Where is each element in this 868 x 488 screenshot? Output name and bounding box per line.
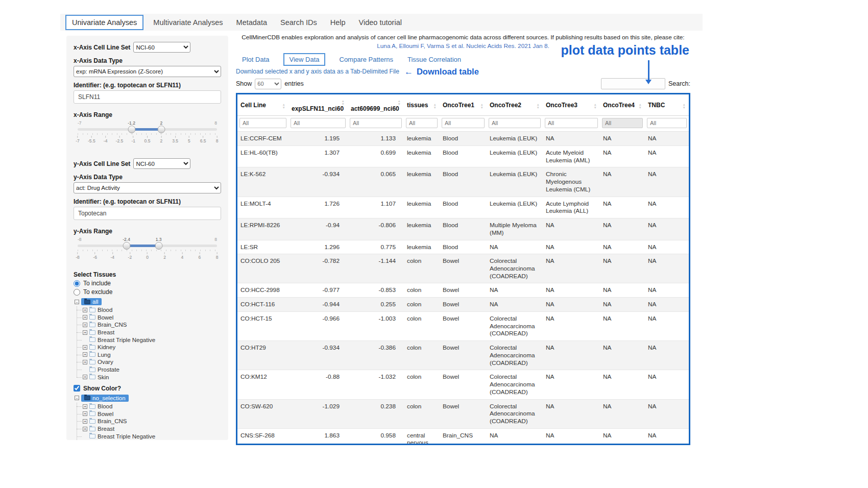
x-axis-data-type-select[interactable]: exp: mRNA Expression (Z-Score) [74,66,221,77]
tree-item-brain-cns[interactable]: +Brain_CNS [83,418,221,425]
cell-oncotree4: NA [600,197,645,218]
nav-tab-video-tutorial[interactable]: Video tutorial [352,15,408,30]
show-color-checkbox-input[interactable] [74,385,80,392]
subtab-tissue-correlation[interactable]: Tissue Correlation [407,56,461,63]
nav-tab-metadata[interactable]: Metadata [230,15,274,30]
slider-handle-low[interactable] [128,126,135,133]
filter-input-act609699-nci60[interactable] [350,118,402,128]
expand-icon[interactable]: + [83,427,87,431]
subtab-view-data[interactable]: View Data [283,53,325,66]
download-tab-delimited-link[interactable]: Download selected x and y axis data as a… [236,68,399,75]
column-header-oncotree2[interactable]: ▲▼OncoTree2 [487,94,543,116]
tree-item-breast-triple-negative[interactable]: Breast Triple Negative [83,432,221,440]
nav-tab-search-ids[interactable]: Search IDs [274,15,324,30]
tree-item-ovary[interactable]: +Ovary [83,358,221,366]
tree-item-blood[interactable]: +Blood [83,403,221,410]
cell-tnbc: NA [645,240,689,254]
column-header-expslfn11-nci60[interactable]: ▲▼expSLFN11_nci60 [288,94,348,116]
include-radio-input[interactable] [74,280,80,287]
tree-item-breast[interactable]: +Breast [83,425,221,433]
slider-handle-low[interactable] [123,242,130,250]
tree-item-lung[interactable]: +Lung [83,351,221,359]
x-axis-cell-line-set-select[interactable]: NCI-60 [133,42,190,53]
x-axis-cell-line-set-label: x-Axis Cell Line Set [74,44,130,51]
cell-act609699-nci60: 0.065 [348,167,404,197]
tree-root-no-selection[interactable]: -no_selection [75,395,221,402]
cell-cell-line: LE:RPMI-8226 [237,218,288,240]
tree-item-brain-cns[interactable]: +Brain_CNS [83,321,221,329]
filter-input-tissues[interactable] [406,118,438,128]
filter-input-oncotree4[interactable] [602,118,643,128]
nav-tab-help[interactable]: Help [324,15,352,30]
table-row: CO:COLO 205-0.782-1.144colonBowelColorec… [237,254,689,283]
subtab-compare-patterns[interactable]: Compare Patterns [340,56,394,63]
x-identifier-input[interactable] [74,90,221,104]
expand-icon[interactable]: + [83,404,87,409]
y-identifier-input[interactable] [74,207,221,220]
expand-icon[interactable]: + [83,360,87,364]
tree-root-all[interactable]: -all [75,298,221,305]
column-header-oncotree4[interactable]: ▲▼OncoTree4 [600,94,645,116]
expand-icon[interactable]: + [83,330,87,335]
tree-item-breast[interactable]: +Breast [83,329,221,336]
expand-icon[interactable]: + [83,345,87,350]
filter-input-expslfn11-nci60[interactable] [291,118,346,128]
tissues-include-radio[interactable]: To include [74,280,221,287]
nav-tab-multivariate-analyses[interactable]: Multivariate Analyses [147,15,229,30]
column-header-oncotree3[interactable]: ▲▼OncoTree3 [543,94,600,116]
slider-handle-high[interactable] [155,242,162,250]
sort-icon: ▲▼ [639,103,642,109]
tree-item-bowel[interactable]: +Bowel [83,314,221,322]
column-header-tissues[interactable]: ▲▼tissues [404,94,440,116]
collapse-icon[interactable]: - [75,300,79,304]
cell-oncotree1: Bowel [440,298,487,312]
slider-handle-high[interactable] [157,126,165,133]
column-header-oncotree1[interactable]: ▲▼OncoTree1 [440,94,487,116]
tree-item-breast-triple-negative[interactable]: Breast Triple Negative [83,336,221,344]
cell-act609699-nci60: 0.958 [348,428,404,445]
y-axis-range-slider[interactable]: -88-2.41.3-8-6-4-202468 [78,237,217,261]
cell-tissues: colon [404,311,440,340]
expand-icon[interactable]: + [83,375,87,379]
tree-item-skin[interactable]: +Skin [83,373,221,381]
cell-tissues: colon [404,254,440,283]
cell-expslfn11-nci60: 1.296 [288,240,348,254]
expand-icon[interactable]: + [83,315,87,320]
column-header-tnbc[interactable]: ▲▼TNBC [645,94,689,116]
cell-oncotree4: NA [600,167,645,197]
cell-expslfn11-nci60: -0.94 [288,218,348,240]
column-header-act609699-nci60[interactable]: ▲▼act609699_nci60 [348,94,404,116]
filter-input-oncotree1[interactable] [442,118,485,128]
column-header-cell-line[interactable]: ▲▼Cell Line [237,94,288,116]
data-table-frame: ▲▼Cell Line▲▼expSLFN11_nci60▲▼act609699_… [236,93,690,445]
folder-icon [89,308,95,312]
x-axis-range-slider[interactable]: -78-1.22-7-5.5-4-2.5-10.523.556.58 [78,120,217,145]
filter-input-oncotree2[interactable] [489,118,541,128]
tree-item-kidney[interactable]: +Kidney [83,344,221,351]
collapse-icon[interactable]: - [75,396,79,400]
filter-input-tnbc[interactable] [647,118,687,128]
subtab-plot-data[interactable]: Plot Data [242,56,269,63]
tree-item-prostate[interactable]: Prostate [83,366,221,374]
exclude-radio-input[interactable] [74,289,80,296]
expand-icon[interactable]: + [83,352,87,357]
search-input[interactable] [601,78,665,89]
filter-input-oncotree3[interactable] [545,118,598,128]
cell-oncotree2: Colorectal Adenocarcinoma (COADREAD) [487,370,543,399]
folder-icon [89,323,95,327]
nav-tab-univariate-analyses[interactable]: Univariate Analyses [65,15,143,30]
show-color-checkbox[interactable]: Show Color? [74,385,221,392]
cell-tnbc: NA [645,298,689,312]
tissues-exclude-radio[interactable]: To exclude [74,288,221,296]
filter-input-cell-line[interactable] [239,118,286,128]
tree-item-blood[interactable]: +Blood [83,306,221,314]
expand-icon[interactable]: + [83,308,87,312]
expand-icon[interactable]: + [83,411,87,416]
y-axis-data-type-select[interactable]: act: Drug Activity [74,182,221,193]
expand-icon[interactable]: + [83,419,87,424]
y-axis-cell-line-set-select[interactable]: NCI-60 [133,158,190,169]
tree-item-bowel[interactable]: +Bowel [83,410,221,418]
entries-select[interactable]: 60 [255,79,281,89]
cell-oncotree1: Blood [440,132,487,146]
expand-icon[interactable]: + [83,323,87,327]
